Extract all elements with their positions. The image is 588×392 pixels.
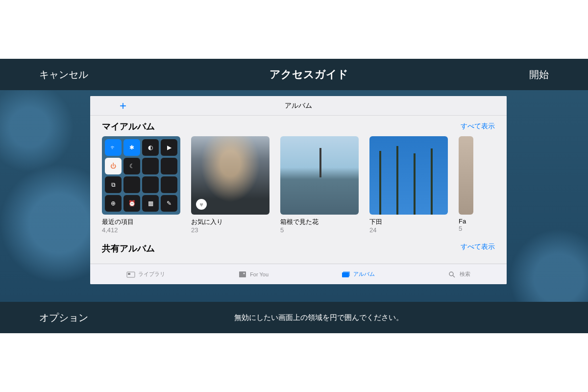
add-album-button[interactable]: + <box>120 99 126 113</box>
album-thumbnail <box>191 136 270 215</box>
album-item[interactable]: ᯤ✱◐▶ ⏻☾ ⧉ ⊕⏰▦✎ 最近の項目 4,412 <box>102 136 180 234</box>
album-name: Fa <box>459 218 473 225</box>
album-thumbnail <box>280 136 359 215</box>
show-all-link[interactable]: すべて表示 <box>461 243 495 254</box>
library-icon <box>126 271 135 278</box>
shared-albums-section: 共有アルバム すべて表示 <box>90 234 507 254</box>
guided-access-topbar: キャンセル アクセスガイド 開始 <box>0 59 588 90</box>
start-button[interactable]: 開始 <box>529 68 549 81</box>
album-count: 5 <box>459 225 473 232</box>
album-name: 箱根で見た花 <box>280 218 359 226</box>
album-thumbnail <box>369 136 448 215</box>
album-count: 23 <box>191 226 270 234</box>
album-name: お気に入り <box>191 218 270 226</box>
photos-app-preview[interactable]: + アルバム マイアルバム すべて表示 ᯤ✱◐▶ ⏻☾ ⧉ ⊕⏰▦✎ 最近の項目… <box>90 96 507 284</box>
options-button[interactable]: オプション <box>39 311 88 324</box>
tab-search[interactable]: 検索 <box>448 270 470 278</box>
search-icon <box>448 271 457 278</box>
tab-foryou[interactable]: For You <box>238 271 269 278</box>
my-albums-section: マイアルバム すべて表示 <box>90 116 507 132</box>
album-item[interactable]: 箱根で見た花 5 <box>280 136 359 234</box>
show-all-link[interactable]: すべて表示 <box>461 122 495 131</box>
foryou-icon <box>238 271 247 278</box>
album-thumbnail <box>459 136 473 215</box>
album-item[interactable]: Fa 5 <box>459 136 473 234</box>
album-count: 4,412 <box>102 226 180 234</box>
tab-label: アルバム <box>353 270 375 278</box>
album-count: 24 <box>369 226 448 234</box>
tab-library[interactable]: ライブラリ <box>126 270 165 278</box>
cancel-button[interactable]: キャンセル <box>39 68 88 81</box>
hint-text: 無効にしたい画面上の領域を円で囲んでください。 <box>234 313 403 322</box>
photos-header: + アルバム <box>90 96 507 116</box>
album-thumbnail: ᯤ✱◐▶ ⏻☾ ⧉ ⊕⏰▦✎ <box>102 136 180 215</box>
svg-point-3 <box>244 272 245 274</box>
album-count: 5 <box>280 226 359 234</box>
tab-label: For You <box>250 271 269 277</box>
guided-access-title: アクセスガイド <box>270 67 348 82</box>
heart-icon <box>196 199 207 210</box>
svg-line-7 <box>453 275 455 277</box>
my-albums-title: マイアルバム <box>102 121 155 132</box>
svg-point-6 <box>449 272 453 276</box>
albums-icon <box>342 271 350 278</box>
guided-access-bottombar: オプション 無効にしたい画面上の領域を円で囲んでください。 <box>0 302 588 333</box>
album-name: 最近の項目 <box>102 218 180 226</box>
album-item[interactable]: お気に入り 23 <box>191 136 270 234</box>
svg-rect-1 <box>128 273 130 275</box>
photos-header-title: アルバム <box>285 101 312 110</box>
tab-label: 検索 <box>460 270 470 278</box>
svg-rect-2 <box>239 271 246 277</box>
photos-tabbar: ライブラリ For You アルバム 検索 <box>90 264 507 284</box>
svg-rect-5 <box>343 271 350 276</box>
tab-label: ライブラリ <box>138 270 165 278</box>
shared-albums-title: 共有アルバム <box>102 243 155 254</box>
album-item[interactable]: 下田 24 <box>369 136 448 234</box>
album-name: 下田 <box>369 218 448 226</box>
album-row: ᯤ✱◐▶ ⏻☾ ⧉ ⊕⏰▦✎ 最近の項目 4,412 お気に入り 23 箱根で見… <box>90 136 507 234</box>
tab-albums[interactable]: アルバム <box>342 270 375 278</box>
